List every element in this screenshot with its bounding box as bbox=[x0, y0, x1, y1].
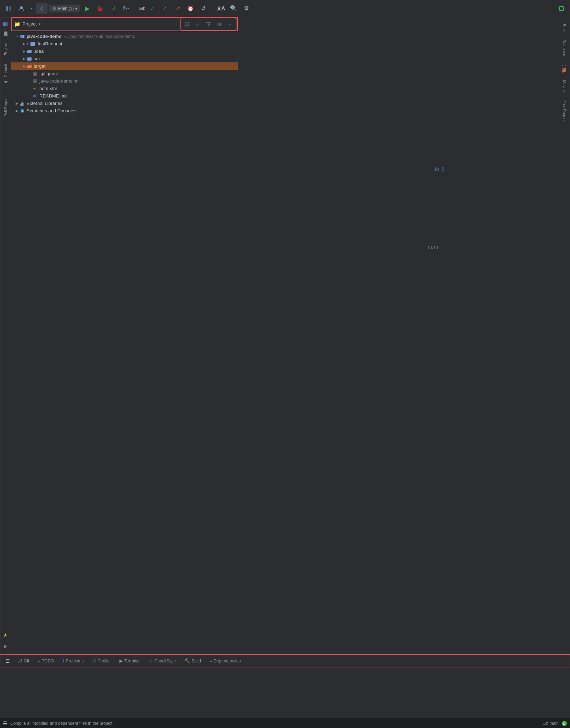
status-branch[interactable]: ⎇ main bbox=[543, 721, 559, 726]
profiler-tab-icon: ⊙ bbox=[92, 658, 96, 663]
branch-name: main bbox=[549, 721, 559, 726]
scratches-arrow: ▶ bbox=[14, 109, 20, 113]
svg-rect-8 bbox=[6, 22, 8, 26]
run-config-arrow: ▾ bbox=[75, 6, 77, 11]
sidebar-tab-project[interactable]: Project bbox=[1, 39, 10, 60]
project-sidebar-icon[interactable] bbox=[1, 19, 11, 29]
readme-label: README.md bbox=[39, 93, 67, 99]
target-label: target bbox=[34, 63, 45, 69]
main-toolbar: ▾ Main (1) ▾ ▶ 🐞 🛡 ⏱▾ Git: ✓ ✓ ↗ ⏰ ↺ 文A … bbox=[0, 0, 570, 17]
fastRequest-icon bbox=[30, 42, 35, 46]
editor-area: le ⇧ nem bbox=[238, 17, 559, 654]
git-checkmark-button[interactable]: ✓ bbox=[147, 3, 158, 14]
sidebar-tab-fastrequest[interactable]: Fast Request bbox=[560, 96, 569, 128]
run-config-dropdown[interactable]: Main (1) ▾ bbox=[49, 5, 80, 12]
list-item[interactable]: ▶ ✦ Scratches and Consoles bbox=[11, 107, 238, 114]
structure-icon[interactable]: ⊞ bbox=[1, 642, 11, 651]
status-bar: ☰ Compile all modified and dependent fil… bbox=[0, 718, 570, 728]
tab-profiler[interactable]: ⊙ Profiler bbox=[89, 656, 114, 666]
profile-dropdown-button[interactable]: ⏱▾ bbox=[120, 3, 131, 14]
tab-todo[interactable]: ≡ TODO bbox=[34, 656, 57, 666]
back-button[interactable] bbox=[36, 3, 48, 14]
sidebar-tab-pullrequests[interactable]: Pull Requests bbox=[1, 88, 10, 121]
avatar-button[interactable] bbox=[16, 3, 27, 14]
bottom-panel-menu-button[interactable]: ☰ bbox=[3, 656, 12, 666]
list-item[interactable]: ▶ .idea bbox=[11, 47, 238, 55]
tab-problems[interactable]: ℹ Problems bbox=[59, 656, 87, 666]
list-item[interactable]: ▶ target bbox=[11, 62, 238, 70]
project-panel-header: 📁 Project ▾ bbox=[11, 17, 238, 31]
status-menu-icon: ☰ bbox=[3, 721, 7, 726]
status-compile-text[interactable]: Compile all modified and dependent files… bbox=[10, 721, 112, 726]
sidebar-tab-commit[interactable]: Commit bbox=[1, 60, 10, 88]
favorites-icon[interactable]: ★ bbox=[1, 630, 11, 640]
svg-text:MD: MD bbox=[33, 95, 36, 97]
sort-button[interactable] bbox=[193, 19, 202, 29]
status-menu-button[interactable]: ☰ bbox=[3, 721, 7, 726]
minimize-panel-button[interactable]: − bbox=[225, 19, 234, 29]
list-item[interactable]: ▶ MD README.md bbox=[11, 92, 238, 100]
git-history-button[interactable]: ⏰ bbox=[185, 3, 196, 14]
search-everywhere-button[interactable]: 🔍 bbox=[228, 3, 239, 14]
root-project-icon bbox=[20, 34, 25, 39]
git-revert-button[interactable]: ↺ bbox=[198, 3, 209, 14]
run-button[interactable]: ▶ bbox=[82, 3, 93, 14]
translate-button[interactable]: 文A bbox=[215, 3, 227, 14]
sidebar-tab-maven[interactable]: Maven bbox=[560, 76, 569, 96]
list-item[interactable]: ▶ m pom.xml bbox=[11, 85, 238, 92]
svg-text:m: m bbox=[33, 87, 35, 90]
debug-button[interactable]: 🐞 bbox=[94, 3, 106, 14]
filter-button[interactable] bbox=[204, 19, 213, 29]
tab-dependencies[interactable]: ≡ Dependencies bbox=[206, 656, 244, 666]
tab-build[interactable]: 🔨 Build bbox=[181, 656, 205, 666]
list-item[interactable]: ▶ git .gitignore bbox=[11, 70, 238, 77]
power-button[interactable] bbox=[556, 3, 567, 14]
list-item[interactable]: ▶ src bbox=[11, 55, 238, 62]
idea-arrow: ▶ bbox=[21, 49, 27, 53]
svg-rect-26 bbox=[27, 65, 29, 66]
list-item[interactable]: ▶ ▪ .fastRequest bbox=[11, 40, 238, 47]
toolbar-divider-2 bbox=[212, 4, 212, 13]
bottom-content bbox=[0, 667, 570, 718]
sidebar-tab-pr-label: Pull Requests bbox=[4, 93, 8, 117]
tab-terminal[interactable]: ▶ Terminal bbox=[116, 656, 144, 666]
sidebar-tab-bito[interactable]: Bito bbox=[560, 20, 569, 35]
idea-label: .idea bbox=[34, 49, 44, 54]
avatar-dropdown-button[interactable]: ▾ bbox=[28, 3, 35, 14]
coverage-button[interactable]: 🛡 bbox=[107, 3, 118, 14]
tab-checkstyle[interactable]: ✓ CheckStyle bbox=[145, 656, 179, 666]
sidebar-tab-kanji[interactable]: 漢字(読み) bbox=[559, 60, 570, 76]
collapse-all-button[interactable] bbox=[183, 19, 192, 29]
editor-hint-1: le ⇧ bbox=[435, 166, 445, 172]
project-dropdown-arrow[interactable]: ▾ bbox=[39, 22, 40, 26]
tree-root-item[interactable]: ▾ java-code-demo ~/Documents/GitHub/java… bbox=[11, 33, 238, 40]
build-tab-label: Build bbox=[191, 659, 201, 663]
checkstyle-tab-icon: ✓ bbox=[149, 658, 153, 663]
gear-button[interactable]: ⚙ bbox=[214, 19, 224, 29]
svg-rect-35 bbox=[20, 104, 21, 106]
profiler-tab-label: Profiler bbox=[97, 659, 111, 663]
editor-hint-2: nem bbox=[428, 244, 438, 250]
svg-rect-7 bbox=[3, 22, 6, 26]
status-gradle-icon[interactable]: G bbox=[561, 721, 567, 726]
extlibs-label: External Libraries bbox=[27, 101, 62, 106]
pom-file-icon: m bbox=[33, 86, 38, 91]
list-item[interactable]: ▶ iml java-code-demo.iml bbox=[11, 77, 238, 85]
sidebar-tab-database[interactable]: Database bbox=[560, 35, 569, 60]
git-push-button[interactable]: ↗ bbox=[172, 3, 184, 14]
list-item[interactable]: ▶ External Libraries bbox=[11, 100, 238, 107]
settings-button[interactable]: ⚙ bbox=[241, 3, 252, 14]
tab-git[interactable]: ⎇ Git bbox=[13, 656, 33, 666]
git-green-check-button[interactable]: ✓ bbox=[160, 3, 171, 14]
sidebar-toggle-button[interactable] bbox=[3, 3, 14, 14]
fastRequest-folder-icon: ▪ bbox=[27, 41, 29, 46]
svg-rect-4 bbox=[53, 7, 56, 10]
root-label: java-code-demo bbox=[27, 34, 62, 39]
deps-tab-label: Dependencies bbox=[213, 659, 241, 663]
target-arrow: ▶ bbox=[21, 64, 27, 68]
status-bar-left: ☰ Compile all modified and dependent fil… bbox=[3, 721, 540, 726]
bookmark-icon[interactable] bbox=[1, 29, 11, 39]
project-title-area: 📁 Project ▾ bbox=[14, 21, 40, 27]
problems-tab-label: Problems bbox=[66, 659, 84, 663]
src-folder-icon bbox=[27, 56, 32, 61]
